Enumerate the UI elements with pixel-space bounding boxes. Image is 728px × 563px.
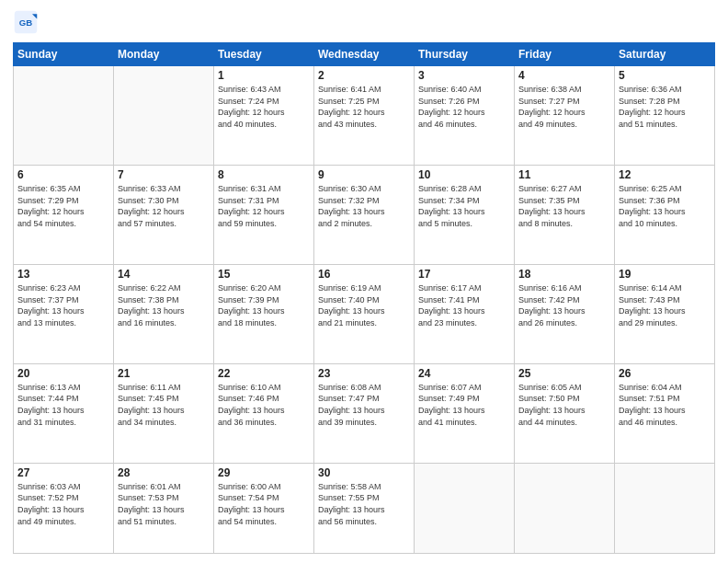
day-number: 2 (318, 69, 410, 82)
calendar-cell: 14Sunrise: 6:22 AM Sunset: 7:38 PM Dayli… (114, 264, 214, 363)
calendar-cell: 30Sunrise: 5:58 AM Sunset: 7:55 PM Dayli… (314, 463, 415, 553)
day-number: 23 (318, 367, 410, 380)
calendar-cell: 21Sunrise: 6:11 AM Sunset: 7:45 PM Dayli… (114, 363, 214, 463)
calendar-cell: 18Sunrise: 6:16 AM Sunset: 7:42 PM Dayli… (515, 264, 615, 363)
calendar-cell: 17Sunrise: 6:17 AM Sunset: 7:41 PM Dayli… (415, 264, 515, 363)
day-info: Sunrise: 6:38 AM Sunset: 7:27 PM Dayligh… (518, 84, 610, 130)
calendar-cell (114, 66, 214, 166)
calendar-cell: 10Sunrise: 6:28 AM Sunset: 7:34 PM Dayli… (415, 165, 515, 264)
day-info: Sunrise: 6:35 AM Sunset: 7:29 PM Dayligh… (17, 183, 109, 229)
calendar-cell: 22Sunrise: 6:10 AM Sunset: 7:46 PM Dayli… (214, 363, 314, 463)
day-info: Sunrise: 6:08 AM Sunset: 7:47 PM Dayligh… (318, 382, 410, 428)
day-info: Sunrise: 6:05 AM Sunset: 7:50 PM Dayligh… (518, 382, 610, 428)
day-info: Sunrise: 6:14 AM Sunset: 7:43 PM Dayligh… (619, 282, 711, 328)
calendar-cell: 20Sunrise: 6:13 AM Sunset: 7:44 PM Dayli… (14, 363, 114, 463)
day-info: Sunrise: 6:43 AM Sunset: 7:24 PM Dayligh… (218, 84, 310, 130)
day-info: Sunrise: 6:03 AM Sunset: 7:52 PM Dayligh… (17, 481, 109, 527)
weekday-header-wednesday: Wednesday (314, 43, 415, 66)
day-number: 9 (318, 168, 410, 181)
day-info: Sunrise: 6:27 AM Sunset: 7:35 PM Dayligh… (518, 183, 610, 229)
day-number: 22 (218, 367, 310, 380)
day-info: Sunrise: 5:58 AM Sunset: 7:55 PM Dayligh… (318, 481, 410, 527)
day-number: 8 (218, 168, 310, 181)
day-info: Sunrise: 6:13 AM Sunset: 7:44 PM Dayligh… (17, 382, 109, 428)
calendar-cell: 6Sunrise: 6:35 AM Sunset: 7:29 PM Daylig… (14, 165, 114, 264)
day-number: 16 (318, 268, 410, 281)
header: GB (13, 9, 715, 35)
weekday-header-monday: Monday (114, 43, 214, 66)
calendar-cell: 24Sunrise: 6:07 AM Sunset: 7:49 PM Dayli… (415, 363, 515, 463)
day-number: 20 (17, 367, 109, 380)
calendar-cell: 1Sunrise: 6:43 AM Sunset: 7:24 PM Daylig… (214, 66, 314, 166)
day-info: Sunrise: 6:33 AM Sunset: 7:30 PM Dayligh… (118, 183, 210, 229)
logo: GB (13, 9, 42, 35)
day-info: Sunrise: 6:00 AM Sunset: 7:54 PM Dayligh… (218, 481, 310, 527)
day-info: Sunrise: 6:17 AM Sunset: 7:41 PM Dayligh… (418, 282, 510, 328)
calendar-cell: 29Sunrise: 6:00 AM Sunset: 7:54 PM Dayli… (214, 463, 314, 553)
svg-text:GB: GB (19, 17, 32, 28)
day-info: Sunrise: 6:25 AM Sunset: 7:36 PM Dayligh… (619, 183, 711, 229)
calendar-cell: 8Sunrise: 6:31 AM Sunset: 7:31 PM Daylig… (214, 165, 314, 264)
day-number: 4 (518, 69, 610, 82)
day-number: 30 (318, 466, 410, 479)
day-info: Sunrise: 6:11 AM Sunset: 7:45 PM Dayligh… (118, 382, 210, 428)
calendar-header-row: SundayMondayTuesdayWednesdayThursdayFrid… (14, 43, 715, 66)
calendar-cell (415, 463, 515, 553)
day-number: 13 (17, 268, 109, 281)
week-row-1: 1Sunrise: 6:43 AM Sunset: 7:24 PM Daylig… (14, 66, 715, 166)
weekday-header-saturday: Saturday (615, 43, 715, 66)
calendar-cell: 23Sunrise: 6:08 AM Sunset: 7:47 PM Dayli… (314, 363, 415, 463)
day-number: 12 (619, 168, 711, 181)
calendar-cell: 13Sunrise: 6:23 AM Sunset: 7:37 PM Dayli… (14, 264, 114, 363)
calendar-cell: 11Sunrise: 6:27 AM Sunset: 7:35 PM Dayli… (515, 165, 615, 264)
day-number: 6 (17, 168, 109, 181)
page: GB SundayMondayTuesdayWednesdayThursdayF… (0, 0, 728, 563)
day-number: 5 (619, 69, 711, 82)
day-info: Sunrise: 6:22 AM Sunset: 7:38 PM Dayligh… (118, 282, 210, 328)
day-info: Sunrise: 6:28 AM Sunset: 7:34 PM Dayligh… (418, 183, 510, 229)
calendar-cell: 4Sunrise: 6:38 AM Sunset: 7:27 PM Daylig… (515, 66, 615, 166)
day-info: Sunrise: 6:10 AM Sunset: 7:46 PM Dayligh… (218, 382, 310, 428)
day-info: Sunrise: 6:30 AM Sunset: 7:32 PM Dayligh… (318, 183, 410, 229)
week-row-2: 6Sunrise: 6:35 AM Sunset: 7:29 PM Daylig… (14, 165, 715, 264)
day-info: Sunrise: 6:19 AM Sunset: 7:40 PM Dayligh… (318, 282, 410, 328)
day-info: Sunrise: 6:07 AM Sunset: 7:49 PM Dayligh… (418, 382, 510, 428)
day-number: 26 (619, 367, 711, 380)
calendar-cell: 16Sunrise: 6:19 AM Sunset: 7:40 PM Dayli… (314, 264, 415, 363)
weekday-header-sunday: Sunday (14, 43, 114, 66)
week-row-3: 13Sunrise: 6:23 AM Sunset: 7:37 PM Dayli… (14, 264, 715, 363)
calendar-cell: 7Sunrise: 6:33 AM Sunset: 7:30 PM Daylig… (114, 165, 214, 264)
day-number: 18 (518, 268, 610, 281)
day-number: 14 (118, 268, 210, 281)
day-info: Sunrise: 6:40 AM Sunset: 7:26 PM Dayligh… (418, 84, 510, 130)
calendar-cell: 5Sunrise: 6:36 AM Sunset: 7:28 PM Daylig… (615, 66, 715, 166)
day-number: 11 (518, 168, 610, 181)
day-number: 29 (218, 466, 310, 479)
day-info: Sunrise: 6:20 AM Sunset: 7:39 PM Dayligh… (218, 282, 310, 328)
calendar-table: SundayMondayTuesdayWednesdayThursdayFrid… (13, 42, 715, 554)
week-row-4: 20Sunrise: 6:13 AM Sunset: 7:44 PM Dayli… (14, 363, 715, 463)
day-number: 19 (619, 268, 711, 281)
day-number: 21 (118, 367, 210, 380)
calendar-cell: 3Sunrise: 6:40 AM Sunset: 7:26 PM Daylig… (415, 66, 515, 166)
day-info: Sunrise: 6:31 AM Sunset: 7:31 PM Dayligh… (218, 183, 310, 229)
day-info: Sunrise: 6:01 AM Sunset: 7:53 PM Dayligh… (118, 481, 210, 527)
day-number: 10 (418, 168, 510, 181)
day-info: Sunrise: 6:36 AM Sunset: 7:28 PM Dayligh… (619, 84, 711, 130)
calendar-cell (14, 66, 114, 166)
calendar-cell: 19Sunrise: 6:14 AM Sunset: 7:43 PM Dayli… (615, 264, 715, 363)
day-info: Sunrise: 6:04 AM Sunset: 7:51 PM Dayligh… (619, 382, 711, 428)
calendar-cell: 12Sunrise: 6:25 AM Sunset: 7:36 PM Dayli… (615, 165, 715, 264)
day-number: 28 (118, 466, 210, 479)
calendar-cell: 15Sunrise: 6:20 AM Sunset: 7:39 PM Dayli… (214, 264, 314, 363)
day-number: 17 (418, 268, 510, 281)
weekday-header-thursday: Thursday (415, 43, 515, 66)
day-number: 25 (518, 367, 610, 380)
calendar-cell: 2Sunrise: 6:41 AM Sunset: 7:25 PM Daylig… (314, 66, 415, 166)
day-number: 3 (418, 69, 510, 82)
calendar-cell: 28Sunrise: 6:01 AM Sunset: 7:53 PM Dayli… (114, 463, 214, 553)
day-number: 15 (218, 268, 310, 281)
day-info: Sunrise: 6:41 AM Sunset: 7:25 PM Dayligh… (318, 84, 410, 130)
calendar-cell: 27Sunrise: 6:03 AM Sunset: 7:52 PM Dayli… (14, 463, 114, 553)
day-number: 27 (17, 466, 109, 479)
